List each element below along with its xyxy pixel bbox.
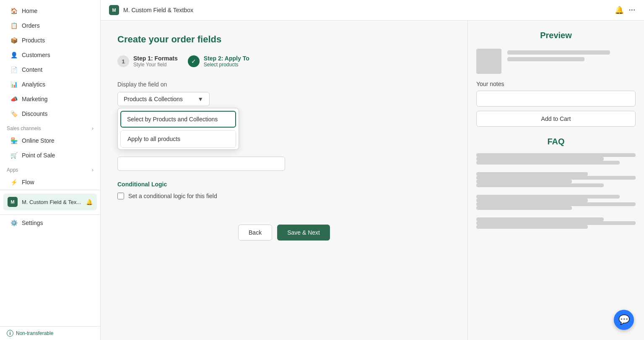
- sidebar-nav: 🏠Home📋Orders📦Products👤Customers📄Content📊…: [0, 0, 100, 324]
- topbar-icons: 🔔 ···: [615, 5, 636, 15]
- step2-sub: Select products: [204, 62, 249, 68]
- faq-line: [476, 225, 588, 229]
- online-store-icon: 🏪: [10, 137, 18, 144]
- main-content: M M. Custom Field & Textbox 🔔 ··· Create…: [101, 0, 644, 340]
- sidebar-item-online-store[interactable]: 🏪Online Store: [3, 133, 97, 148]
- faq-title: FAQ: [476, 137, 636, 146]
- faq-line: [476, 161, 620, 165]
- sidebar-item-label: Analytics: [22, 81, 45, 88]
- step2: ✓ Step 2: Apply To Select products: [188, 55, 249, 68]
- sidebar-item-label: Home: [22, 8, 37, 14]
- point-of-sale-icon: 🛒: [10, 152, 18, 159]
- topbar-bell-icon[interactable]: 🔔: [615, 5, 624, 15]
- chat-icon: 💬: [618, 314, 630, 325]
- sidebar-item-discounts[interactable]: 🏷️Discounts: [3, 107, 97, 121]
- sidebar-item-content[interactable]: 📄Content: [3, 63, 97, 77]
- topbar-title: M. Custom Field & Textbox: [123, 7, 610, 13]
- step2-check: ✓: [188, 55, 200, 67]
- sidebar-item-customers[interactable]: 👤Customers: [3, 48, 97, 62]
- faq-line: [476, 153, 636, 157]
- conditional-logic-section: Conditional Logic Set a conditional logi…: [117, 181, 451, 199]
- sidebar-item-label: Flow: [22, 179, 34, 186]
- add-to-cart-button[interactable]: Add to Cart: [476, 111, 636, 127]
- faq-group: [476, 195, 636, 210]
- form-panel: Create your order fields 1 Step 1: Forma…: [101, 21, 468, 340]
- back-button[interactable]: Back: [238, 225, 272, 241]
- preview-thumbnail: [476, 49, 501, 74]
- sales-channels-label: Sales channels ›: [0, 121, 100, 133]
- content-area: Create your order fields 1 Step 1: Forma…: [101, 21, 644, 340]
- display-label: Display the field on: [117, 81, 451, 88]
- faq-group: [476, 172, 636, 187]
- step1-label: Step 1: Formats: [133, 55, 178, 62]
- faq-line: [476, 176, 636, 180]
- discounts-icon: 🏷️: [10, 110, 18, 118]
- display-on-section: Display the field on Products & Collecti…: [117, 81, 451, 106]
- action-row: Back Save & Next: [117, 225, 451, 241]
- sidebar-item-label: Products: [22, 37, 45, 44]
- step2-labels: Step 2: Apply To Select products: [204, 55, 249, 68]
- save-next-button[interactable]: Save & Next: [277, 225, 330, 241]
- step1-labels: Step 1: Formats Style Your field: [133, 55, 178, 68]
- sidebar-item-label: Marketing: [22, 96, 47, 102]
- notes-input[interactable]: [476, 91, 636, 107]
- step2-label: Step 2: Apply To: [204, 55, 249, 62]
- chevron-right-icon: ›: [92, 167, 93, 173]
- sidebar-item-home[interactable]: 🏠Home: [3, 4, 97, 18]
- apps-label: Apps ›: [0, 163, 100, 175]
- faq-line: [476, 195, 620, 199]
- conditional-logic-label: Set a conditional logic for this field: [128, 193, 217, 199]
- bell-icon: 🔔: [86, 199, 93, 205]
- sidebar-footer: M M. Custom Field & Tex... 🔔: [0, 190, 100, 214]
- flow-icon: ⚡: [10, 178, 18, 186]
- home-icon: 🏠: [10, 7, 18, 15]
- faq-line: [476, 157, 604, 161]
- preview-line: [507, 50, 610, 55]
- dropdown-option-apply-all[interactable]: Apply to all products: [120, 130, 236, 148]
- topbar-more-icon[interactable]: ···: [629, 6, 636, 14]
- sidebar-item-label: Discounts: [22, 110, 47, 117]
- conditional-logic-title: Conditional Logic: [117, 181, 451, 188]
- sidebar-item-point-of-sale[interactable]: 🛒Point of Sale: [3, 148, 97, 162]
- sidebar-item-flow[interactable]: ⚡Flow: [3, 175, 97, 189]
- top-bar: M M. Custom Field & Textbox 🔔 ···: [101, 0, 644, 21]
- sidebar-item-products[interactable]: 📦Products: [3, 33, 97, 47]
- faq-lines: [476, 153, 636, 234]
- sidebar-app-item[interactable]: M M. Custom Field & Tex... 🔔: [3, 194, 97, 210]
- sidebar-item-label: Customers: [22, 52, 50, 58]
- faq-line: [476, 199, 588, 202]
- faq-line: [476, 202, 636, 206]
- chat-button[interactable]: 💬: [614, 310, 634, 330]
- conditional-logic-checkbox[interactable]: [117, 193, 124, 199]
- products-collections-dropdown[interactable]: Products & Collections ▼: [117, 92, 210, 106]
- conditional-logic-row: Set a conditional logic for this field: [117, 193, 451, 199]
- sidebar-item-orders[interactable]: 📋Orders: [3, 18, 97, 33]
- sidebar-item-settings[interactable]: ⚙️ Settings: [3, 216, 97, 230]
- faq-line: [476, 221, 636, 225]
- app-item-label: M. Custom Field & Tex...: [22, 199, 81, 205]
- sidebar-item-marketing[interactable]: 📣Marketing: [3, 92, 97, 106]
- search-input[interactable]: [117, 157, 285, 171]
- dropdown-selected-label: Products & Collections: [124, 96, 183, 102]
- sidebar-item-label: Content: [22, 66, 42, 73]
- topbar-app-icon: M: [109, 5, 119, 15]
- marketing-icon: 📣: [10, 95, 18, 103]
- faq-line: [476, 172, 588, 176]
- page-title: Create your order fields: [117, 34, 451, 45]
- faq-line: [476, 217, 604, 221]
- non-transferable-label: i Non-transferable: [0, 326, 100, 340]
- steps-row: 1 Step 1: Formats Style Your field ✓ Ste…: [117, 55, 451, 68]
- preview-line: [507, 57, 584, 61]
- app-icon: M: [8, 197, 18, 207]
- placeholder-space: [117, 157, 451, 171]
- sidebar: 🏠Home📋Orders📦Products👤Customers📄Content📊…: [0, 0, 101, 340]
- dropdown-menu: Select by Products and Collections Apply…: [117, 108, 239, 150]
- info-icon: i: [7, 330, 13, 337]
- analytics-icon: 📊: [10, 81, 18, 88]
- customers-icon: 👤: [10, 51, 18, 59]
- sidebar-item-analytics[interactable]: 📊Analytics: [3, 77, 97, 92]
- notes-label: Your notes: [476, 81, 636, 87]
- faq-group: [476, 217, 636, 229]
- chevron-down-icon: ▼: [197, 96, 203, 102]
- dropdown-option-select-by[interactable]: Select by Products and Collections: [120, 111, 236, 128]
